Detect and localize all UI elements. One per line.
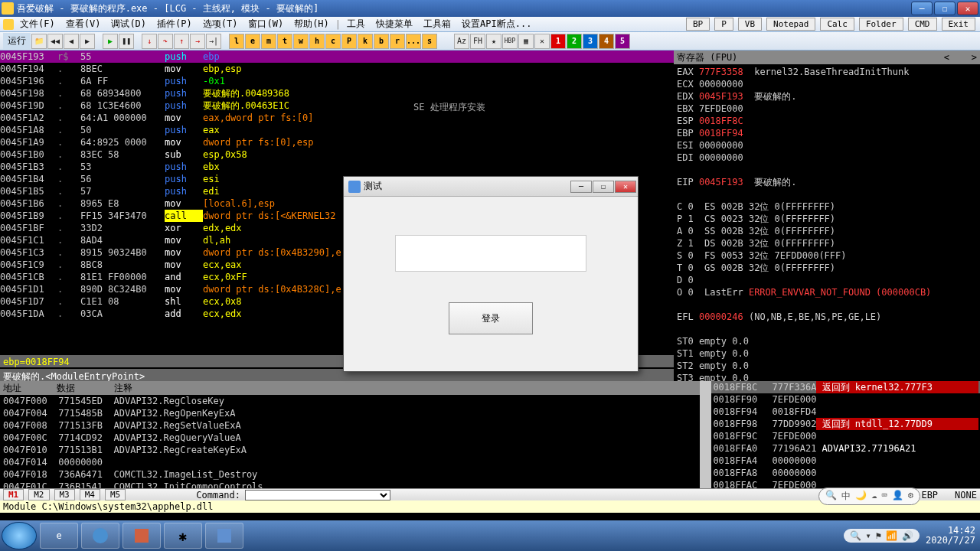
- register-eip[interactable]: EIP 0045F193 要破解的.: [677, 176, 977, 188]
- tb-letter-s[interactable]: s: [422, 34, 437, 49]
- menu-toolbox[interactable]: 工具箱: [419, 16, 456, 32]
- dump-row[interactable]: 0047F004 7715485B ADVAPI32.RegOpenKeyExA: [0, 407, 700, 419]
- flag-row[interactable]: T 0 GS 002B 32位 0(FFFFFFFF): [677, 262, 977, 274]
- tab-m5[interactable]: M5: [105, 489, 126, 500]
- dialog-titlebar[interactable]: 测试 ─ ☐ ✕: [344, 177, 638, 197]
- dump-row[interactable]: 0047F014 00000000: [0, 456, 700, 468]
- tb-letter-l[interactable]: l: [229, 34, 244, 49]
- menu-options[interactable]: 选项(T): [198, 16, 243, 32]
- btn-p[interactable]: P: [714, 18, 733, 31]
- menu-file[interactable]: 文件(F): [15, 16, 60, 32]
- dialog-text-input[interactable]: [395, 235, 586, 272]
- ime-keyboard-icon[interactable]: ⌨: [882, 490, 887, 503]
- register-row[interactable]: EDI 00000000: [677, 152, 977, 164]
- menu-api[interactable]: 设置API断点...: [457, 16, 536, 32]
- register-row[interactable]: ESP 0018FF8C: [677, 115, 977, 127]
- disasm-row[interactable]: 0045F1A8.50pusheax: [0, 124, 674, 136]
- disasm-row[interactable]: 0045F196.6A FFpush-0x1: [0, 75, 674, 87]
- fpu-row[interactable]: ST0 empty 0.0: [677, 335, 977, 347]
- tb-num1[interactable]: 1: [550, 34, 566, 49]
- efl-row[interactable]: EFL 00000246 (NO,NB,E,BE,NS,PE,GE,LE): [677, 311, 977, 323]
- tb-pause-icon[interactable]: ❚❚: [119, 34, 134, 49]
- ime-cloud-icon[interactable]: ☁: [871, 490, 877, 503]
- registers-nav[interactable]: < >: [944, 51, 977, 64]
- btn-notepad[interactable]: Notepad: [766, 18, 815, 31]
- dump-row[interactable]: 0047F010 771513B1 ADVAPI32.RegCreateKeyE…: [0, 444, 700, 456]
- tb-stepout-icon[interactable]: ↑: [174, 34, 189, 49]
- stack-pane[interactable]: 0018FF8C777F336A 返回到 kernel32.777F30018F…: [711, 381, 980, 488]
- flag-row[interactable]: A 0 SS 002B 32位 0(FFFFFFFF): [677, 225, 977, 237]
- tb-letter-h[interactable]: h: [309, 34, 325, 49]
- tb-goto-icon[interactable]: →|: [206, 34, 221, 49]
- tb-letter-e[interactable]: e: [245, 34, 260, 49]
- stack-row[interactable]: 0018FF9877DD9902 返回到 ntdll_12.77DD9: [711, 418, 980, 430]
- ime-search-icon[interactable]: 🔍: [825, 490, 837, 503]
- tray-icons[interactable]: 🔍 ▾ ⚑ 📶 🔊: [844, 529, 920, 543]
- stack-row[interactable]: 0018FF940018FFD4: [711, 406, 980, 418]
- stack-row[interactable]: 0018FF8C777F336A 返回到 kernel32.777F3: [711, 381, 980, 393]
- tb-letter-t[interactable]: t: [277, 34, 292, 49]
- flag-row[interactable]: D 0: [677, 274, 977, 286]
- disasm-row[interactable]: 0045F19D.68 1C3E4600push要破解的.00463E1C: [0, 99, 674, 112]
- tab-m1[interactable]: M1: [3, 489, 24, 500]
- flag-row[interactable]: C 0 ES 002B 32位 0(FFFFFFFF): [677, 201, 977, 213]
- btn-bp[interactable]: BP: [686, 18, 710, 31]
- dialog-close-button[interactable]: ✕: [615, 181, 636, 193]
- tb-num2[interactable]: 2: [567, 34, 582, 49]
- command-input[interactable]: [245, 490, 390, 500]
- tray-flag-icon[interactable]: ⚑: [876, 530, 881, 541]
- disasm-row[interactable]: 0045F193r$55pushebp: [0, 51, 674, 63]
- register-row[interactable]: EDX 0045F193 要破解的.: [677, 90, 977, 103]
- tb-num3[interactable]: 3: [583, 34, 598, 49]
- login-button[interactable]: 登录: [449, 302, 533, 334]
- register-row[interactable]: ECX 00000000: [677, 78, 977, 90]
- tb-stepin-icon[interactable]: ↓: [142, 34, 157, 49]
- dialog-maximize-button[interactable]: ☐: [593, 181, 614, 193]
- disasm-row[interactable]: 0045F194.8BECmovebp,esp: [0, 63, 674, 75]
- tb-x-icon[interactable]: ✕: [534, 34, 550, 49]
- ime-user-icon[interactable]: 👤: [892, 490, 903, 503]
- tb-num4[interactable]: 4: [599, 34, 614, 49]
- tb-play-icon[interactable]: ▶: [103, 34, 118, 49]
- disasm-row[interactable]: 0045F1A2.64:A1 000000moveax,dword ptr fs…: [0, 112, 674, 124]
- dump-row[interactable]: 0047F000 771545ED ADVAPI32.RegCloseKey: [0, 395, 700, 407]
- fpu-row[interactable]: ST1 empty 0.0: [677, 347, 977, 360]
- stack-row[interactable]: 0018FF9C7EFDE000: [711, 430, 980, 442]
- tab-m4[interactable]: M4: [80, 489, 100, 500]
- tb-grid-icon[interactable]: ▦: [518, 34, 534, 49]
- ime-lang[interactable]: 中: [841, 490, 851, 503]
- tab-m3[interactable]: M3: [54, 489, 75, 500]
- taskbar-app-5[interactable]: [205, 523, 243, 549]
- close-button[interactable]: ✕: [957, 2, 978, 15]
- disasm-row[interactable]: 0045F1B0.83EC 58subesp,0x58: [0, 148, 674, 161]
- tb-az-icon[interactable]: Az: [454, 34, 469, 49]
- dialog-minimize-button[interactable]: ─: [570, 181, 592, 193]
- taskbar-app-1[interactable]: e: [40, 523, 78, 549]
- disasm-row[interactable]: 0045F198.68 68934800push要破解的.00489368: [0, 87, 674, 99]
- tb-fwd-icon[interactable]: ▶: [80, 34, 95, 49]
- dump-row[interactable]: 0047F008 771513FB ADVAPI32.RegSetValueEx…: [0, 419, 700, 432]
- register-row[interactable]: EBX 7EFDE000: [677, 103, 977, 115]
- tb-letter-k[interactable]: k: [358, 34, 373, 49]
- btn-folder[interactable]: Folder: [859, 18, 903, 31]
- registers-pane[interactable]: 寄存器 (FPU) < > EAX 777F3358 kernel32.Base…: [674, 51, 980, 381]
- menu-quick[interactable]: 快捷菜单: [371, 16, 417, 32]
- tray-search-icon[interactable]: 🔍: [850, 530, 861, 541]
- stack-row[interactable]: 0018FFA800000000: [711, 467, 980, 479]
- tb-hbp-icon[interactable]: HBP: [502, 34, 518, 49]
- flag-row[interactable]: O 0 LastErr ERROR_ENVVAR_NOT_FOUND (0000…: [677, 286, 977, 298]
- ime-moon-icon[interactable]: 🌙: [855, 490, 867, 503]
- dump-row[interactable]: 0047F01C 736B1541 COMCTL32.InitCommonCon…: [0, 481, 700, 488]
- taskbar-app-4[interactable]: ✱: [164, 523, 202, 549]
- tb-letter-m[interactable]: m: [261, 34, 276, 49]
- disasm-row[interactable]: 0045F1B3.53pushebx: [0, 161, 674, 173]
- tb-fh-icon[interactable]: FH: [470, 34, 485, 49]
- stack-row[interactable]: 0018FFA077196A21 ADVAPI32.77196A21: [711, 442, 980, 455]
- menu-tools[interactable]: 工具: [342, 16, 370, 32]
- tb-letter-b[interactable]: b: [374, 34, 389, 49]
- dump-row[interactable]: 0047F00C 7714CD92 ADVAPI32.RegQueryValue…: [0, 432, 700, 444]
- register-row[interactable]: EBP 0018FF94: [677, 127, 977, 139]
- flag-row[interactable]: S 0 FS 0053 32位 7EFDD000(FFF): [677, 249, 977, 262]
- taskbar-app-2[interactable]: [81, 523, 119, 549]
- menu-view[interactable]: 查看(V): [61, 16, 106, 32]
